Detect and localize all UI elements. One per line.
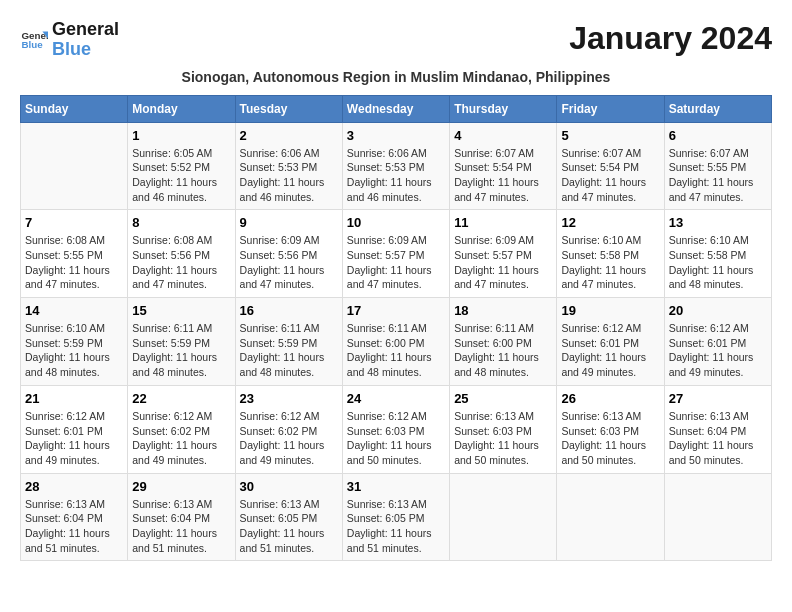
logo-text: General Blue [52, 20, 119, 60]
day-number: 27 [669, 391, 767, 406]
day-number: 6 [669, 128, 767, 143]
day-number: 18 [454, 303, 552, 318]
day-number: 23 [240, 391, 338, 406]
day-header-sunday: Sunday [21, 95, 128, 122]
calendar-cell: 14Sunrise: 6:10 AMSunset: 5:59 PMDayligh… [21, 298, 128, 386]
day-number: 16 [240, 303, 338, 318]
day-number: 25 [454, 391, 552, 406]
calendar-cell: 23Sunrise: 6:12 AMSunset: 6:02 PMDayligh… [235, 385, 342, 473]
calendar-cell: 3Sunrise: 6:06 AMSunset: 5:53 PMDaylight… [342, 122, 449, 210]
day-info: Sunrise: 6:11 AMSunset: 5:59 PMDaylight:… [132, 321, 230, 380]
calendar-cell: 8Sunrise: 6:08 AMSunset: 5:56 PMDaylight… [128, 210, 235, 298]
calendar-cell: 22Sunrise: 6:12 AMSunset: 6:02 PMDayligh… [128, 385, 235, 473]
svg-text:Blue: Blue [21, 39, 43, 50]
calendar-cell: 5Sunrise: 6:07 AMSunset: 5:54 PMDaylight… [557, 122, 664, 210]
day-info: Sunrise: 6:08 AMSunset: 5:55 PMDaylight:… [25, 233, 123, 292]
day-info: Sunrise: 6:05 AMSunset: 5:52 PMDaylight:… [132, 146, 230, 205]
day-number: 30 [240, 479, 338, 494]
calendar-cell [21, 122, 128, 210]
logo-icon: General Blue [20, 26, 48, 54]
day-info: Sunrise: 6:09 AMSunset: 5:57 PMDaylight:… [347, 233, 445, 292]
day-info: Sunrise: 6:10 AMSunset: 5:58 PMDaylight:… [669, 233, 767, 292]
calendar-body: 1Sunrise: 6:05 AMSunset: 5:52 PMDaylight… [21, 122, 772, 561]
calendar-cell: 13Sunrise: 6:10 AMSunset: 5:58 PMDayligh… [664, 210, 771, 298]
day-info: Sunrise: 6:13 AMSunset: 6:04 PMDaylight:… [669, 409, 767, 468]
day-number: 5 [561, 128, 659, 143]
day-number: 15 [132, 303, 230, 318]
calendar-table: SundayMondayTuesdayWednesdayThursdayFrid… [20, 95, 772, 562]
day-number: 9 [240, 215, 338, 230]
calendar-week-4: 21Sunrise: 6:12 AMSunset: 6:01 PMDayligh… [21, 385, 772, 473]
day-info: Sunrise: 6:13 AMSunset: 6:05 PMDaylight:… [347, 497, 445, 556]
day-header-saturday: Saturday [664, 95, 771, 122]
day-number: 20 [669, 303, 767, 318]
day-number: 21 [25, 391, 123, 406]
calendar-cell: 21Sunrise: 6:12 AMSunset: 6:01 PMDayligh… [21, 385, 128, 473]
calendar-cell: 15Sunrise: 6:11 AMSunset: 5:59 PMDayligh… [128, 298, 235, 386]
month-title: January 2024 [119, 20, 772, 57]
calendar-cell: 18Sunrise: 6:11 AMSunset: 6:00 PMDayligh… [450, 298, 557, 386]
calendar-cell: 9Sunrise: 6:09 AMSunset: 5:56 PMDaylight… [235, 210, 342, 298]
day-info: Sunrise: 6:13 AMSunset: 6:05 PMDaylight:… [240, 497, 338, 556]
day-info: Sunrise: 6:12 AMSunset: 6:01 PMDaylight:… [25, 409, 123, 468]
day-info: Sunrise: 6:13 AMSunset: 6:04 PMDaylight:… [25, 497, 123, 556]
calendar-week-3: 14Sunrise: 6:10 AMSunset: 5:59 PMDayligh… [21, 298, 772, 386]
logo-blue: Blue [52, 39, 91, 59]
day-info: Sunrise: 6:12 AMSunset: 6:01 PMDaylight:… [561, 321, 659, 380]
calendar-cell: 7Sunrise: 6:08 AMSunset: 5:55 PMDaylight… [21, 210, 128, 298]
day-number: 10 [347, 215, 445, 230]
day-number: 3 [347, 128, 445, 143]
day-header-friday: Friday [557, 95, 664, 122]
calendar-cell: 19Sunrise: 6:12 AMSunset: 6:01 PMDayligh… [557, 298, 664, 386]
calendar-week-5: 28Sunrise: 6:13 AMSunset: 6:04 PMDayligh… [21, 473, 772, 561]
day-header-monday: Monday [128, 95, 235, 122]
calendar-cell: 12Sunrise: 6:10 AMSunset: 5:58 PMDayligh… [557, 210, 664, 298]
calendar-cell: 17Sunrise: 6:11 AMSunset: 6:00 PMDayligh… [342, 298, 449, 386]
calendar-cell [664, 473, 771, 561]
day-info: Sunrise: 6:10 AMSunset: 5:59 PMDaylight:… [25, 321, 123, 380]
logo-general: General [52, 19, 119, 39]
day-number: 28 [25, 479, 123, 494]
day-number: 8 [132, 215, 230, 230]
day-number: 1 [132, 128, 230, 143]
calendar-cell: 26Sunrise: 6:13 AMSunset: 6:03 PMDayligh… [557, 385, 664, 473]
calendar-week-2: 7Sunrise: 6:08 AMSunset: 5:55 PMDaylight… [21, 210, 772, 298]
day-number: 14 [25, 303, 123, 318]
calendar-cell: 29Sunrise: 6:13 AMSunset: 6:04 PMDayligh… [128, 473, 235, 561]
day-number: 31 [347, 479, 445, 494]
day-number: 19 [561, 303, 659, 318]
calendar-cell [557, 473, 664, 561]
calendar-cell: 31Sunrise: 6:13 AMSunset: 6:05 PMDayligh… [342, 473, 449, 561]
calendar-cell: 28Sunrise: 6:13 AMSunset: 6:04 PMDayligh… [21, 473, 128, 561]
calendar-cell: 6Sunrise: 6:07 AMSunset: 5:55 PMDaylight… [664, 122, 771, 210]
calendar-cell: 27Sunrise: 6:13 AMSunset: 6:04 PMDayligh… [664, 385, 771, 473]
day-info: Sunrise: 6:12 AMSunset: 6:03 PMDaylight:… [347, 409, 445, 468]
day-info: Sunrise: 6:06 AMSunset: 5:53 PMDaylight:… [347, 146, 445, 205]
calendar-cell: 25Sunrise: 6:13 AMSunset: 6:03 PMDayligh… [450, 385, 557, 473]
day-info: Sunrise: 6:08 AMSunset: 5:56 PMDaylight:… [132, 233, 230, 292]
calendar-cell: 24Sunrise: 6:12 AMSunset: 6:03 PMDayligh… [342, 385, 449, 473]
day-info: Sunrise: 6:13 AMSunset: 6:03 PMDaylight:… [561, 409, 659, 468]
calendar-header-row: SundayMondayTuesdayWednesdayThursdayFrid… [21, 95, 772, 122]
day-header-thursday: Thursday [450, 95, 557, 122]
day-info: Sunrise: 6:12 AMSunset: 6:02 PMDaylight:… [240, 409, 338, 468]
day-info: Sunrise: 6:13 AMSunset: 6:04 PMDaylight:… [132, 497, 230, 556]
calendar-cell: 4Sunrise: 6:07 AMSunset: 5:54 PMDaylight… [450, 122, 557, 210]
day-info: Sunrise: 6:07 AMSunset: 5:55 PMDaylight:… [669, 146, 767, 205]
day-info: Sunrise: 6:12 AMSunset: 6:02 PMDaylight:… [132, 409, 230, 468]
day-info: Sunrise: 6:09 AMSunset: 5:57 PMDaylight:… [454, 233, 552, 292]
day-info: Sunrise: 6:11 AMSunset: 6:00 PMDaylight:… [454, 321, 552, 380]
calendar-cell: 1Sunrise: 6:05 AMSunset: 5:52 PMDaylight… [128, 122, 235, 210]
day-number: 22 [132, 391, 230, 406]
day-number: 29 [132, 479, 230, 494]
day-info: Sunrise: 6:07 AMSunset: 5:54 PMDaylight:… [561, 146, 659, 205]
logo: General Blue General Blue [20, 20, 119, 60]
day-number: 4 [454, 128, 552, 143]
day-number: 12 [561, 215, 659, 230]
day-info: Sunrise: 6:11 AMSunset: 6:00 PMDaylight:… [347, 321, 445, 380]
day-number: 13 [669, 215, 767, 230]
day-info: Sunrise: 6:13 AMSunset: 6:03 PMDaylight:… [454, 409, 552, 468]
calendar-cell: 16Sunrise: 6:11 AMSunset: 5:59 PMDayligh… [235, 298, 342, 386]
day-info: Sunrise: 6:06 AMSunset: 5:53 PMDaylight:… [240, 146, 338, 205]
calendar-cell: 30Sunrise: 6:13 AMSunset: 6:05 PMDayligh… [235, 473, 342, 561]
